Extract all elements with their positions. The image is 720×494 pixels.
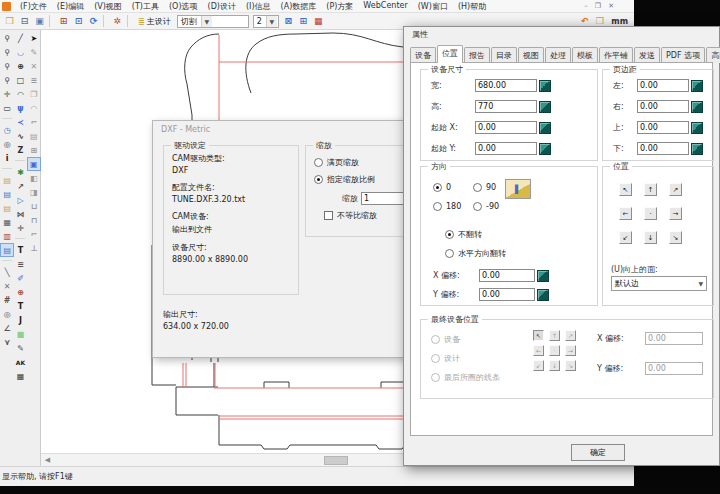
zigzag-tool[interactable]: Z (14, 144, 26, 156)
chamfer-tool[interactable]: ≺ (14, 116, 26, 128)
step-tool[interactable]: ⌐ (28, 228, 40, 240)
radio-button[interactable] (473, 183, 482, 192)
layers-tool[interactable]: ≡ (28, 74, 40, 86)
dimension-tool[interactable]: ⊕ (14, 286, 26, 298)
position-arrow-button[interactable]: ↓ (644, 231, 657, 244)
rebuild-icon[interactable]: ✲ (110, 14, 125, 28)
pan-tool[interactable]: ✛ (1, 88, 13, 100)
toolbar-icon[interactable] (103, 15, 108, 27)
small-text-tool[interactable]: T (14, 300, 26, 312)
value-input[interactable]: 0.00 (637, 121, 689, 134)
tool-icon[interactable] (2, 168, 12, 172)
position-arrow-button[interactable]: ↙ (619, 231, 632, 244)
group-tool[interactable]: ▤ (28, 130, 40, 142)
radio-button[interactable] (314, 158, 323, 167)
arc-tool[interactable]: ◡ (14, 46, 26, 58)
menu-item[interactable]: (V)视图 (89, 1, 127, 12)
value-input[interactable]: 0.00 (637, 142, 689, 155)
menu-item[interactable]: (T)工具 (127, 1, 164, 12)
menu-item[interactable]: (D)设计 (203, 1, 241, 12)
info-tool[interactable]: i (1, 152, 13, 164)
tool-icon[interactable] (15, 238, 25, 242)
value-input[interactable]: 0.00 (479, 269, 535, 282)
select-tool[interactable]: ➤ (28, 32, 40, 44)
bitmap-output-tool[interactable]: ▦ (1, 216, 13, 228)
output-device-icon[interactable]: ⊞ (56, 14, 71, 28)
refresh-view-icon[interactable]: ⟳ (86, 14, 101, 28)
zoom-previous-tool[interactable]: ⚲ (1, 74, 13, 86)
value-input[interactable]: 0.00 (475, 142, 537, 155)
value-input[interactable]: 770 (475, 100, 537, 113)
flip-tool[interactable]: ◨ (28, 186, 40, 198)
tab[interactable]: 报告 (464, 47, 490, 63)
spin-button[interactable] (539, 122, 551, 134)
menu-item[interactable]: (I)信息 (241, 1, 276, 12)
pen-number-select[interactable]: 2 ▼ (253, 15, 279, 28)
move-tool[interactable]: ✛ (14, 222, 26, 234)
text-tool[interactable]: T (14, 244, 26, 256)
bridge-tool[interactable]: ⊥ (28, 242, 40, 254)
tab[interactable]: 视图 (518, 47, 544, 63)
save-icon[interactable]: ▣ (32, 14, 47, 28)
menu-item[interactable]: (E)编辑 (52, 1, 89, 12)
offset-tool[interactable]: ✱ (14, 166, 26, 178)
ok-button[interactable]: 确定 (571, 444, 625, 461)
menu-item[interactable]: (A)数据库 (276, 1, 322, 12)
circle-tool[interactable]: ⊕ (14, 60, 26, 72)
tool-icon[interactable] (15, 160, 25, 164)
tool-icon[interactable] (2, 118, 12, 122)
output-counter-tool[interactable]: ▤ (1, 202, 13, 214)
zoom-out-tool[interactable]: ⚲ (1, 60, 13, 72)
measure-cross-tool[interactable]: ✕ (1, 280, 13, 292)
toolbar-icon[interactable] (127, 15, 132, 27)
stack-tool[interactable]: ◧ (28, 172, 40, 184)
layers-icon[interactable]: ⊠ (281, 14, 296, 28)
dimension-edit-tool[interactable]: ⊞ (28, 144, 40, 156)
active-layer-tool[interactable]: ▣ (28, 158, 40, 170)
tab[interactable]: 处理 (545, 47, 571, 63)
up-face-dropdown[interactable]: 默认边 ▼ (611, 276, 707, 291)
spin-button[interactable] (539, 80, 551, 92)
table-tool[interactable]: ▦ (14, 370, 26, 382)
plotter-output-tool[interactable]: ▥ (1, 230, 13, 242)
dialog-titlebar[interactable]: DXF - Metric (153, 121, 429, 138)
hatch-tool[interactable]: # (1, 294, 13, 306)
annotate-tool[interactable]: ✐ (14, 272, 26, 284)
printer-icon[interactable]: ⊟ (17, 14, 32, 28)
scrollbar-thumb[interactable] (324, 456, 348, 465)
spin-button[interactable] (539, 101, 551, 113)
curve-tool[interactable]: ∿ (14, 130, 26, 142)
cam-output-tool[interactable]: ▤ (1, 244, 13, 256)
tab[interactable]: PDF 选项 (661, 47, 705, 63)
value-input[interactable]: 680.00 (475, 79, 537, 92)
menu-item[interactable]: (P)方案 (321, 1, 358, 12)
zoom-in-tool[interactable]: ⚲ (1, 46, 13, 58)
line-tool[interactable]: ╱ (14, 32, 26, 44)
monitor-icon[interactable]: ⊡ (71, 14, 86, 28)
arc-3point-tool[interactable]: ◠ (14, 88, 26, 100)
menu-item[interactable]: (O)选项 (164, 1, 203, 12)
mirror-tool[interactable]: ⋈ (14, 208, 26, 220)
position-arrow-button[interactable]: · (644, 207, 657, 220)
menu-item[interactable]: (F)文件 (15, 1, 52, 12)
menu-item[interactable]: WebCenter (358, 1, 412, 12)
spin-button[interactable] (691, 122, 703, 134)
spin-button[interactable] (539, 143, 551, 155)
edit-pen-tool[interactable]: ✎ (28, 46, 40, 58)
position-arrow-button[interactable]: → (669, 207, 682, 220)
copy-tool[interactable]: ❐ (28, 88, 40, 100)
extend-tool[interactable]: ↗ (14, 180, 26, 192)
tab[interactable]: 高级 (706, 47, 720, 63)
position-arrow-button[interactable]: ↗ (669, 183, 682, 196)
angle-measure-tool[interactable]: ∠ (1, 322, 13, 334)
dialog-titlebar[interactable]: 属性 (404, 27, 719, 42)
grid-icon[interactable]: ▦ (311, 14, 326, 28)
position-arrow-button[interactable]: ↑ (644, 183, 657, 196)
rotate-tool[interactable]: ▷ (14, 194, 26, 206)
branch-measure-tool[interactable]: ⋎ (1, 336, 13, 348)
paragraph-tool[interactable]: ≡ (14, 258, 26, 270)
scale-to-fit-tool[interactable]: ▭ (1, 102, 13, 114)
line-type-select[interactable]: 切割 ▼ (177, 15, 249, 28)
tab[interactable]: 设备 (410, 47, 436, 63)
tab[interactable]: 目录 (491, 47, 517, 63)
